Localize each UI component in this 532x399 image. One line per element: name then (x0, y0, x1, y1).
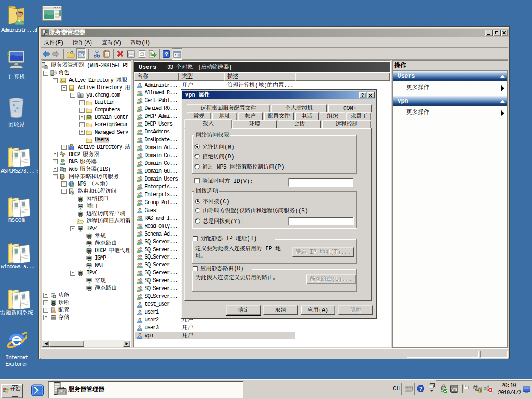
svg-text:!: ! (480, 389, 481, 392)
svg-text:?: ? (419, 386, 423, 392)
svg-text:?: ? (165, 51, 168, 58)
svg-text:vm: vm (451, 387, 457, 392)
